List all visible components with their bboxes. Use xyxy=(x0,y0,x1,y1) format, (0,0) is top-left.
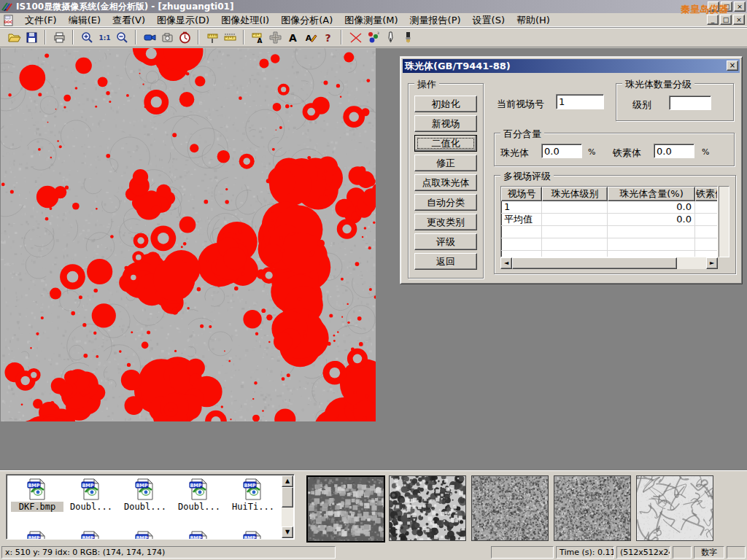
pick-pearlite-button[interactable]: 点取珠光体 xyxy=(414,174,477,191)
image-thumbnail[interactable] xyxy=(554,475,631,541)
menu-item-9[interactable]: 设置(S) xyxy=(467,12,511,28)
text-edit-icon[interactable]: A xyxy=(301,29,319,46)
vscroll-thumb[interactable] xyxy=(282,487,293,508)
classify-balls-icon[interactable]: 3 xyxy=(364,29,382,46)
file-list-scrollbar[interactable]: ▲ ▼ xyxy=(282,475,293,538)
file-item-partial[interactable]: BMP xyxy=(227,530,279,540)
menu-item-8[interactable]: 测量报告(P) xyxy=(404,12,467,28)
file-list[interactable]: BMPBMPBMPBMPBMPBMPHuiTi...BMPDoubl...BMP… xyxy=(6,474,295,540)
menu-item-10[interactable]: 帮助(H) xyxy=(511,12,556,28)
operation-group: 操作 初始化新视场二值化修正点取珠光体自动分类更改类别评级返回 xyxy=(408,83,484,279)
toolbar-separator xyxy=(72,30,74,44)
auto-classify-button[interactable]: 自动分类 xyxy=(414,194,477,211)
ruler-icon[interactable] xyxy=(221,29,239,46)
menu-item-7[interactable]: 图像测量(M) xyxy=(338,12,403,28)
new-field-button[interactable]: 新视场 xyxy=(414,115,477,132)
timer-icon[interactable] xyxy=(176,29,193,46)
table-column-header[interactable]: 珠光体级别 xyxy=(542,187,608,201)
open-icon[interactable] xyxy=(5,29,23,46)
zoom-out-icon[interactable] xyxy=(113,29,131,46)
image-thumbnail[interactable] xyxy=(471,475,549,541)
svg-text:BMP: BMP xyxy=(244,535,255,540)
image-thumbnail[interactable] xyxy=(306,475,385,542)
rating-table-vscrollbar[interactable] xyxy=(719,186,729,257)
document-icon[interactable]: DOC xyxy=(3,15,15,26)
ferrite-percent-input[interactable] xyxy=(654,144,694,158)
file-item-partial[interactable]: BMP xyxy=(65,530,117,540)
save-icon[interactable] xyxy=(23,29,40,46)
print-icon[interactable] xyxy=(50,29,68,46)
menu-item-3[interactable]: 查看(V) xyxy=(107,12,151,28)
camera-icon[interactable] xyxy=(158,29,176,46)
file-item[interactable]: BMPDKF.bmp xyxy=(11,478,63,512)
table-cell: 0.0 xyxy=(608,201,695,213)
application-window: IS100显微摄像系统(金相分析版) - [zhuguangti01] _ □ … xyxy=(0,0,747,560)
text-icon[interactable]: A xyxy=(284,29,301,46)
table-column-header[interactable]: 视场号 xyxy=(501,187,542,201)
table-column-header[interactable]: 铁素体含量(%) xyxy=(695,187,718,201)
bmp-file-icon: BMP xyxy=(187,530,211,540)
zoom-in-icon[interactable] xyxy=(78,29,96,46)
binarize-button[interactable]: 二值化 xyxy=(414,135,477,152)
correct-button[interactable]: 修正 xyxy=(414,155,477,171)
grid-icon[interactable] xyxy=(266,29,284,46)
dialog-title-bar[interactable]: 珠光体(GB/T9441-88) × xyxy=(403,59,740,73)
initialize-button[interactable]: 初始化 xyxy=(414,96,477,112)
menu-items: 文件(F)编辑(E)查看(V)图像显示(D)图像处理(I)图像分析(A)图像测量… xyxy=(19,12,556,28)
file-item-partial[interactable]: BMP xyxy=(119,530,171,540)
hscroll-thumb[interactable] xyxy=(512,257,677,269)
file-item-partial[interactable]: BMP xyxy=(11,530,63,540)
help-icon[interactable]: ? xyxy=(319,29,336,46)
grade-input[interactable] xyxy=(669,96,711,110)
scroll-down-icon[interactable]: ▼ xyxy=(282,526,293,538)
table-row[interactable]: 平均值0.0 xyxy=(501,214,717,226)
file-item-partial[interactable]: BMP xyxy=(173,530,225,540)
menu-item-1[interactable]: 文件(F) xyxy=(19,12,63,28)
video-camera-icon[interactable] xyxy=(141,29,158,46)
mdi-minimize-button[interactable]: _ xyxy=(707,15,719,25)
mdi-close-button[interactable]: × xyxy=(733,15,745,25)
pearlite-percent-input[interactable] xyxy=(541,144,582,158)
file-name: DKF.bmp xyxy=(11,502,63,512)
curve-tool-icon[interactable] xyxy=(347,29,364,46)
mdi-restore-button[interactable]: □ xyxy=(720,15,732,25)
caliper-icon[interactable] xyxy=(204,29,221,46)
table-column-header[interactable]: 珠光体含量(%) xyxy=(608,187,695,201)
file-item[interactable]: BMPHuiTi... xyxy=(227,478,279,512)
file-item[interactable]: BMPDoubl... xyxy=(119,478,171,512)
scroll-right-icon[interactable]: ► xyxy=(706,257,718,269)
ferrite-percent-unit: % xyxy=(702,147,709,157)
actual-size-icon[interactable]: 1:1 xyxy=(96,29,113,46)
status-empty-3 xyxy=(727,546,746,559)
file-name: Doubl... xyxy=(119,502,171,512)
menu-item-4[interactable]: 图像显示(D) xyxy=(151,12,215,28)
scroll-left-icon[interactable]: ◄ xyxy=(500,257,512,269)
file-item[interactable]: BMPDoubl... xyxy=(65,478,117,512)
thumbnail-image xyxy=(308,477,384,541)
image-thumbnail[interactable] xyxy=(389,475,466,541)
scroll-up-icon[interactable]: ▲ xyxy=(282,475,293,487)
menu-item-2[interactable]: 编辑(E) xyxy=(63,12,107,28)
pen-tool-icon[interactable] xyxy=(382,29,399,46)
image-thumbnail[interactable] xyxy=(636,475,713,541)
thumbnail-image xyxy=(637,476,713,540)
menu-item-6[interactable]: 图像分析(A) xyxy=(275,12,338,28)
current-field-input[interactable] xyxy=(556,94,604,109)
menu-item-5[interactable]: 图像处理(I) xyxy=(215,12,275,28)
cursor-position-status: x: 510 y: 79 idx: 0 RGB: (174, 174, 174) xyxy=(1,546,336,559)
table-row-empty xyxy=(501,251,717,257)
grade-button[interactable]: 评级 xyxy=(414,233,477,250)
rating-table[interactable]: 视场号珠光体级别珠光体含量(%)铁素体含量(%)10.0平均值0.0 xyxy=(500,186,718,257)
pearlite-percent-label: 珠光体 xyxy=(500,147,529,160)
file-item[interactable]: BMPDoubl... xyxy=(173,478,225,512)
metallographic-image[interactable] xyxy=(1,48,376,421)
dialog-close-button[interactable]: × xyxy=(727,61,738,71)
brush-tool-icon[interactable] xyxy=(399,29,417,46)
svg-text:BMP: BMP xyxy=(190,535,201,540)
return-button[interactable]: 返回 xyxy=(414,253,477,270)
table-row[interactable]: 10.0 xyxy=(501,201,717,214)
measure-text-icon[interactable]: A xyxy=(249,29,266,46)
bmp-file-icon: BMP xyxy=(187,478,211,501)
change-category-button[interactable]: 更改类别 xyxy=(414,214,477,230)
rating-table-hscrollbar[interactable]: ◄ ► xyxy=(500,257,718,269)
